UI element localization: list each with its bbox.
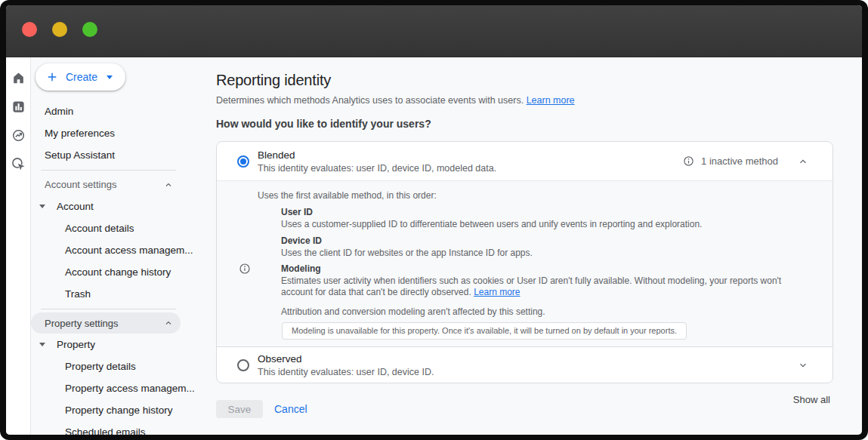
sidebar-divider	[41, 170, 176, 171]
observed-option-row[interactable]: Observed This identity evaluates: user I…	[217, 347, 832, 383]
advertising-icon[interactable]	[11, 157, 26, 171]
methods-intro: Uses the first available method, in this…	[258, 189, 817, 202]
sidebar-item-property-access[interactable]: Property access managem...	[31, 377, 206, 399]
sidebar-divider	[41, 309, 176, 309]
show-all-link[interactable]: Show all	[793, 394, 830, 405]
home-icon[interactable]	[11, 71, 26, 85]
sidebar-item-property-details[interactable]: Property details	[31, 355, 206, 377]
blended-radio[interactable]	[236, 155, 250, 168]
collapse-chevron-icon[interactable]	[798, 156, 808, 167]
method-modeling: Modeling Estimates user activity when id…	[281, 263, 817, 340]
create-button[interactable]: Create	[36, 63, 125, 91]
sidebar-item-admin[interactable]: Admin	[31, 100, 206, 122]
window-content: Create Admin My preferences Setup Assist…	[6, 5, 862, 435]
method-user-id: User ID Uses a customer-supplied ID to d…	[281, 206, 817, 230]
expander-icon[interactable]	[39, 205, 45, 208]
sidebar-item-account-change-history[interactable]: Account change history	[31, 261, 206, 283]
nav-rail	[6, 57, 31, 435]
sidebar-item-trash[interactable]: Trash	[31, 283, 206, 305]
inactive-method-note: 1 inactive method	[701, 155, 778, 167]
sidebar-item-my-preferences[interactable]: My preferences	[31, 122, 206, 144]
sidebar-item-property[interactable]: Property	[31, 334, 206, 355]
page-description: Determines which methods Analytics uses …	[216, 95, 862, 106]
section-account-settings[interactable]: Account settings	[31, 174, 181, 195]
info-icon[interactable]	[683, 155, 694, 167]
sidebar-item-setup-assistant[interactable]: Setup Assistant	[31, 144, 206, 166]
sidebar-item-property-change-history[interactable]: Property change history	[31, 399, 206, 421]
chevron-up-icon[interactable]	[164, 180, 173, 189]
explore-icon[interactable]	[11, 128, 26, 143]
observed-radio[interactable]	[236, 358, 250, 372]
sidebar-item-account-details[interactable]: Account details	[31, 217, 206, 239]
cancel-button[interactable]: Cancel	[274, 403, 307, 415]
section-property-settings[interactable]: Property settings	[31, 312, 181, 334]
blended-subtitle: This identity evaluates: user ID, device…	[258, 163, 496, 174]
attribution-note: Attribution and conversion modeling aren…	[281, 306, 817, 318]
blended-label: Blended	[258, 149, 496, 161]
admin-sidebar: Create Admin My preferences Setup Assist…	[31, 57, 206, 435]
learn-more-link[interactable]: Learn more	[527, 95, 575, 106]
page-title: Reporting identity	[216, 72, 862, 89]
expander-icon[interactable]	[39, 343, 45, 346]
chevron-down-icon	[107, 75, 113, 79]
learn-more-link[interactable]: Learn more	[474, 287, 520, 297]
card-footer: Show all Save Cancel	[216, 383, 833, 418]
observed-label: Observed	[258, 353, 434, 365]
macos-window: Create Admin My preferences Setup Assist…	[0, 0, 868, 440]
sidebar-item-scheduled-emails[interactable]: Scheduled emails	[31, 421, 206, 435]
identify-users-question: How would you like to identify your user…	[216, 118, 862, 130]
identity-options-card: Blended This identity evaluates: user ID…	[216, 141, 833, 383]
window-titlebar[interactable]	[6, 5, 862, 57]
main-content: Reporting identity Determines which meth…	[206, 57, 862, 435]
sidebar-item-account[interactable]: Account	[31, 195, 206, 217]
blended-details-panel: Uses the first available method, in this…	[217, 180, 832, 347]
modeling-description: Estimates user activity when identifiers…	[281, 275, 795, 297]
app-body: Create Admin My preferences Setup Assist…	[6, 57, 862, 435]
sidebar-item-account-access[interactable]: Account access managem...	[31, 239, 206, 261]
close-button[interactable]	[22, 22, 37, 37]
chevron-up-icon[interactable]	[164, 318, 173, 328]
minimize-button[interactable]	[52, 22, 67, 37]
reports-icon[interactable]	[11, 100, 26, 114]
method-device-id: Device ID Uses the client ID for website…	[281, 235, 817, 259]
zoom-button[interactable]	[82, 22, 97, 37]
observed-subtitle: This identity evaluates: user ID, device…	[258, 367, 434, 377]
save-button[interactable]: Save	[216, 400, 263, 418]
info-icon	[239, 263, 251, 275]
modeling-unavailable-note: Modeling is unavailable for this propert…	[282, 322, 687, 340]
create-button-label: Create	[66, 71, 97, 83]
expand-chevron-icon[interactable]	[798, 360, 808, 371]
plus-icon	[45, 70, 59, 84]
blended-option-row[interactable]: Blended This identity evaluates: user ID…	[217, 142, 832, 180]
